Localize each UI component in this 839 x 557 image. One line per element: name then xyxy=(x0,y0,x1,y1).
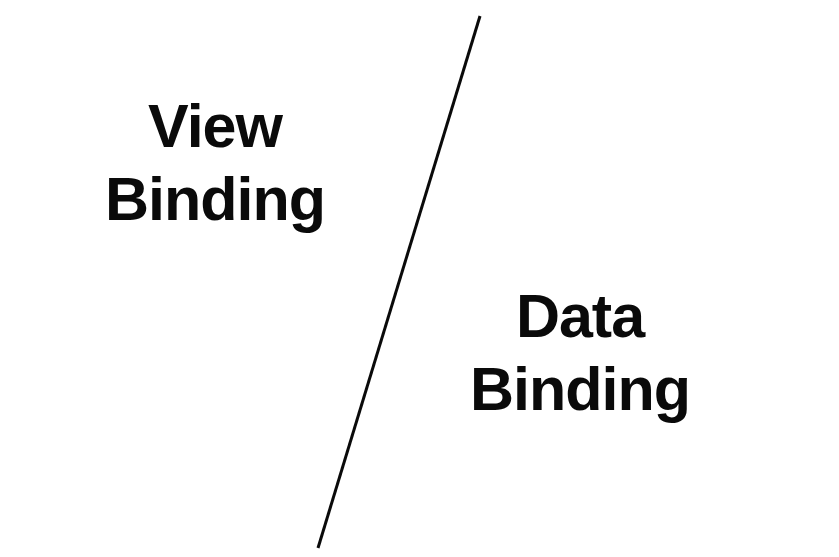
data-binding-line2: Binding xyxy=(470,353,690,426)
diagram-container: View Binding Data Binding xyxy=(0,0,839,557)
data-binding-label: Data Binding xyxy=(470,280,690,426)
divider-line xyxy=(0,0,839,557)
view-binding-label: View Binding xyxy=(105,90,325,236)
data-binding-line1: Data xyxy=(470,280,690,353)
view-binding-line1: View xyxy=(105,90,325,163)
svg-line-0 xyxy=(318,16,480,548)
view-binding-line2: Binding xyxy=(105,163,325,236)
